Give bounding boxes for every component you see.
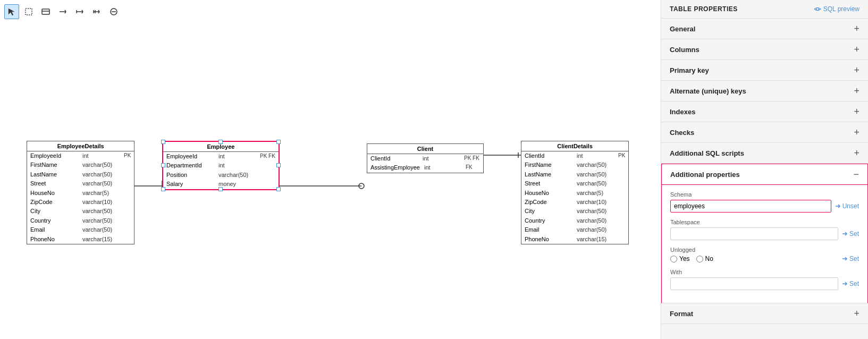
client-details-table[interactable]: ClientDetails ClientIdintPK FirstNamevar… xyxy=(521,141,629,244)
right-panel: TABLE PROPERTIES SQL preview General + C… xyxy=(661,0,868,339)
additional-sql-expand-btn[interactable]: + xyxy=(854,148,859,158)
indexes-expand-btn[interactable]: + xyxy=(854,107,859,116)
checks-label: Checks xyxy=(670,129,694,137)
table-row: DepartmentIdint xyxy=(163,161,279,170)
unset-icon xyxy=(835,203,841,209)
table-row: ZipCodevarchar(10) xyxy=(27,198,134,207)
table-row: PhoneNovarchar(15) xyxy=(521,235,628,244)
additional-props-label: Additional properties xyxy=(670,171,740,179)
table-row: Cityvarchar(50) xyxy=(521,207,628,216)
relation1-tool[interactable] xyxy=(55,4,70,19)
section-primary-key[interactable]: Primary key + xyxy=(661,60,868,81)
schema-unset-btn[interactable]: Unset xyxy=(835,202,859,210)
employee-details-table[interactable]: EmployeeDetails EmployeeIdintPK FirstNam… xyxy=(27,141,134,244)
resize-handle-mr[interactable] xyxy=(276,163,281,167)
primary-key-label: Primary key xyxy=(670,66,709,74)
general-label: General xyxy=(670,25,695,33)
table-row: HouseNovarchar(5) xyxy=(521,189,628,198)
client-details-title: ClientDetails xyxy=(521,141,628,151)
tablespace-input[interactable] xyxy=(670,227,838,240)
employee-details-title: EmployeeDetails xyxy=(27,141,134,151)
tablespace-row: Set xyxy=(670,227,859,240)
table-row: ZipCodevarchar(10) xyxy=(521,198,628,207)
table-row: ClientIdintPK xyxy=(521,151,628,160)
alternate-keys-expand-btn[interactable]: + xyxy=(854,86,859,96)
table-row: ClientIdintPK FK xyxy=(367,154,483,163)
panel-title: TABLE PROPERTIES xyxy=(670,5,738,13)
checks-expand-btn[interactable]: + xyxy=(854,128,859,137)
resize-handle-br[interactable] xyxy=(276,187,281,191)
resize-handle-tl[interactable] xyxy=(161,140,165,144)
table-row: Positionvarchar(50) xyxy=(163,171,279,180)
table-row: Streetvarchar(50) xyxy=(521,179,628,188)
table-row: EmployeeIdintPK FK xyxy=(163,152,279,161)
with-set-btn[interactable]: Set xyxy=(841,280,859,287)
schema-row: Unset xyxy=(670,200,859,213)
table-row: Emailvarchar(50) xyxy=(521,225,628,234)
client-table[interactable]: Client ClientIdintPK FK AssistingEmploye… xyxy=(367,143,484,173)
columns-label: Columns xyxy=(670,46,700,54)
section-indexes[interactable]: Indexes + xyxy=(661,101,868,122)
svg-rect-1 xyxy=(42,9,49,14)
section-additional-props[interactable]: Additional properties − xyxy=(661,164,868,185)
relation3-tool[interactable] xyxy=(89,4,104,19)
table-row: LastNamevarchar(50) xyxy=(521,170,628,179)
table-row: PhoneNovarchar(15) xyxy=(27,235,134,244)
unlogged-radio-group: Yes No xyxy=(670,255,838,262)
resize-handle-tr[interactable] xyxy=(276,140,281,144)
unlogged-row: Yes No Set xyxy=(670,255,859,262)
unlogged-yes-option[interactable]: Yes xyxy=(670,255,690,262)
with-input[interactable] xyxy=(670,277,838,290)
schema-input[interactable] xyxy=(670,200,831,213)
resize-handle-tm[interactable] xyxy=(218,140,223,144)
resize-handle-ml[interactable] xyxy=(161,163,165,167)
tablespace-label: Tablespace xyxy=(670,219,859,225)
resize-handle-bl[interactable] xyxy=(161,187,165,191)
unlogged-set-btn[interactable]: Set xyxy=(841,255,859,262)
table-tool[interactable] xyxy=(38,4,53,19)
general-expand-btn[interactable]: + xyxy=(854,24,859,33)
relation2-tool[interactable] xyxy=(72,4,87,19)
table-row: FirstNamevarchar(50) xyxy=(27,160,134,170)
unlogged-label: Unlogged xyxy=(670,247,859,253)
section-format[interactable]: Format + xyxy=(661,303,868,324)
with-row: Set xyxy=(670,277,859,290)
panel-header: TABLE PROPERTIES SQL preview xyxy=(661,0,868,19)
indexes-label: Indexes xyxy=(670,108,695,116)
resize-handle-bm[interactable] xyxy=(218,187,223,191)
table-row: Countryvarchar(50) xyxy=(27,216,134,225)
unlogged-no-option[interactable]: No xyxy=(696,255,713,262)
no-entry-tool[interactable] xyxy=(106,4,121,19)
section-checks[interactable]: Checks + xyxy=(661,122,868,143)
set-icon xyxy=(841,231,848,237)
svg-point-21 xyxy=(359,183,364,189)
section-general[interactable]: General + xyxy=(661,19,868,39)
unlogged-yes-radio[interactable] xyxy=(670,256,677,262)
schema-label: Schema xyxy=(670,191,859,198)
select-tool[interactable] xyxy=(4,4,19,19)
set-icon-2 xyxy=(841,256,848,262)
section-additional-sql[interactable]: Additional SQL scripts + xyxy=(661,143,868,164)
columns-expand-btn[interactable]: + xyxy=(854,45,859,54)
table-row: EmployeeIdintPK xyxy=(27,151,134,160)
primary-key-expand-btn[interactable]: + xyxy=(854,65,859,75)
table-row: Countryvarchar(50) xyxy=(521,216,628,225)
additional-props-collapse-btn[interactable]: − xyxy=(853,170,859,179)
rect-select-tool[interactable] xyxy=(21,4,36,19)
additional-props-content: Schema Unset Tablespace Set Unlogged Yes xyxy=(661,185,868,303)
toolbar xyxy=(4,4,121,19)
tablespace-set-btn[interactable]: Set xyxy=(841,230,859,238)
unlogged-no-radio[interactable] xyxy=(696,256,703,262)
format-expand-btn[interactable]: + xyxy=(854,309,859,318)
section-columns[interactable]: Columns + xyxy=(661,39,868,60)
set-icon-3 xyxy=(841,281,848,287)
additional-sql-label: Additional SQL scripts xyxy=(670,149,744,157)
table-row: HouseNovarchar(5) xyxy=(27,189,134,198)
client-title: Client xyxy=(367,144,483,154)
format-label: Format xyxy=(670,310,693,318)
sql-preview-link[interactable]: SQL preview xyxy=(814,5,859,13)
table-row: Emailvarchar(50) xyxy=(27,225,134,234)
section-alternate-keys[interactable]: Alternate (unique) keys + xyxy=(661,81,868,101)
employee-table[interactable]: Employee EmployeeIdintPK FK DepartmentId… xyxy=(162,141,280,190)
eye-icon xyxy=(814,5,821,13)
